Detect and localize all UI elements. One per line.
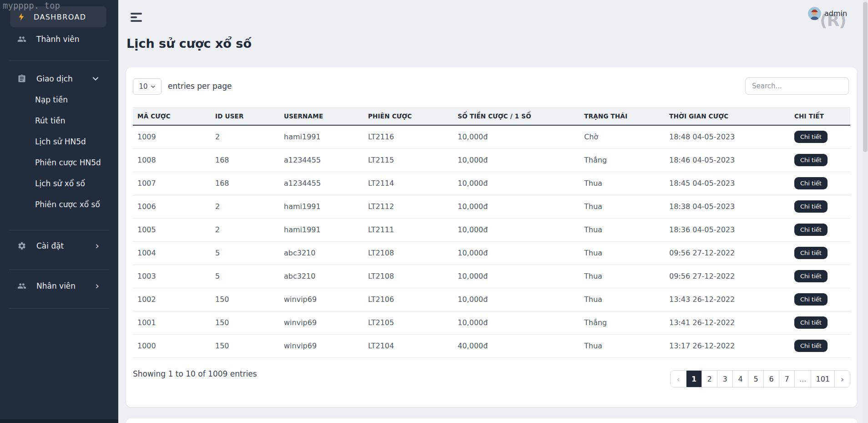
cell-action: Chi tiết <box>790 288 850 311</box>
sidebar-group-staff[interactable]: Nhân viên › <box>0 275 118 296</box>
chevron-down-icon <box>151 84 156 89</box>
page-size-select[interactable]: 10 <box>133 78 161 95</box>
cell-session: LT2104 <box>363 334 453 357</box>
pagination-page-3[interactable]: 3 <box>717 371 732 387</box>
pagination-page-6[interactable]: 6 <box>763 371 779 387</box>
cell-action: Chi tiết <box>790 218 850 241</box>
detail-button[interactable]: Chi tiết <box>794 131 828 143</box>
cell-user_id: 5 <box>211 265 279 288</box>
cell-username: hami1991 <box>279 218 363 241</box>
cell-code: 1002 <box>133 288 211 311</box>
cell-code: 1005 <box>133 218 211 241</box>
col-header-username: USERNAME <box>279 107 363 125</box>
detail-button[interactable]: Chi tiết <box>794 293 828 306</box>
sidebar-subitem[interactable]: Phiên cược xổ số <box>0 194 118 215</box>
cell-action: Chi tiết <box>790 172 850 195</box>
sidebar-group-settings[interactable]: Cài đặt › <box>0 235 118 256</box>
site-watermark: mypppp. top <box>3 0 60 10</box>
pagination-next[interactable]: › <box>834 371 850 387</box>
cell-code: 1003 <box>133 265 211 288</box>
cell-username: winvip69 <box>279 288 363 311</box>
scrollbar-thumb[interactable] <box>863 2 868 152</box>
gear-icon <box>17 241 26 250</box>
table-body: 10092hami1991LT211610,000đChờ18:48 04-05… <box>133 125 850 357</box>
col-header-session: PHIÊN CƯỢC <box>363 107 453 125</box>
col-header-detail: CHI TIẾT <box>790 107 850 125</box>
cell-status: Thua <box>580 288 665 311</box>
sidebar-divider <box>9 230 109 230</box>
cell-status: Chờ <box>580 125 665 148</box>
table-row: 1007168a1234455LT211410,000đThua18:45 04… <box>133 172 850 195</box>
pagination-prev[interactable]: ‹ <box>671 371 686 387</box>
menu-icon[interactable] <box>131 13 142 22</box>
cell-amount: 10,000đ <box>453 288 580 311</box>
chevron-right-icon: › <box>95 241 99 251</box>
pagination-page-1[interactable]: 1 <box>686 371 701 387</box>
page-title: Lịch sử cược xổ số <box>126 36 252 51</box>
detail-button[interactable]: Chi tiết <box>794 224 828 236</box>
sidebar-group-label: Nhân viên <box>36 281 76 290</box>
cell-status: Thua <box>580 334 665 357</box>
pagination-page-5[interactable]: 5 <box>748 371 763 387</box>
pagination-page-7[interactable]: 7 <box>779 371 794 387</box>
cell-code: 1006 <box>133 195 211 218</box>
pagination-page-101[interactable]: 101 <box>811 371 834 387</box>
cell-status: Thắng <box>580 148 665 172</box>
sidebar-group-transactions[interactable]: Giao dịch <box>0 68 118 89</box>
cell-username: abc3210 <box>279 241 363 265</box>
pagination-page-4[interactable]: 4 <box>732 371 748 387</box>
cell-time: 09:56 27-12-2022 <box>665 265 790 288</box>
search-input[interactable] <box>745 77 849 95</box>
detail-button[interactable]: Chi tiết <box>794 200 828 213</box>
cell-amount: 10,000đ <box>453 148 580 172</box>
cell-code: 1000 <box>133 334 211 357</box>
cell-status: Thắng <box>580 311 665 334</box>
detail-button[interactable]: Chi tiết <box>794 340 828 352</box>
cell-amount: 10,000đ <box>453 195 580 218</box>
detail-button[interactable]: Chi tiết <box>794 247 828 259</box>
cell-session: LT2115 <box>363 148 453 172</box>
users-icon <box>17 281 26 290</box>
sidebar-subitem[interactable]: Lịch sử HN5d <box>0 131 118 152</box>
sidebar-group-label: Giao dịch <box>36 74 73 83</box>
sidebar-subitem[interactable]: Phiên cược HN5d <box>0 152 118 173</box>
table-row: 1008168a1234455LT211510,000đThắng18:46 0… <box>133 148 850 172</box>
cell-code: 1009 <box>133 125 211 148</box>
cell-time: 13:41 26-12-2022 <box>665 311 790 334</box>
lightning-icon <box>17 12 26 21</box>
cell-session: LT2108 <box>363 241 453 265</box>
detail-button[interactable]: Chi tiết <box>794 177 828 189</box>
cell-session: LT2106 <box>363 288 453 311</box>
cell-status: Thua <box>580 241 665 265</box>
cell-code: 1001 <box>133 311 211 334</box>
sidebar-subitem[interactable]: Nạp tiền <box>0 89 118 110</box>
cell-time: 09:56 27-12-2022 <box>665 241 790 265</box>
table-card: 10 entries per page MÃ CƯỢC ID USER USER… <box>126 67 857 407</box>
cell-user_id: 2 <box>211 195 279 218</box>
sidebar-subitem[interactable]: Lịch sử xổ số <box>0 173 118 194</box>
detail-button[interactable]: Chi tiết <box>794 270 828 282</box>
pagination-page-2[interactable]: 2 <box>701 371 717 387</box>
avatar <box>808 7 821 20</box>
chevron-right-icon: › <box>95 281 99 291</box>
table-row: 10062hami1991LT211210,000đThua18:38 04-0… <box>133 195 850 218</box>
sidebar-subitem[interactable]: Rút tiền <box>0 110 118 131</box>
col-header-amount: SỐ TIỀN CƯỢC / 1 SỐ <box>453 107 580 125</box>
col-header-time: THỜI GIAN CƯỢC <box>665 107 790 125</box>
cell-user_id: 2 <box>211 125 279 148</box>
sidebar-item-members[interactable]: Thành viên <box>0 29 118 50</box>
cell-user_id: 2 <box>211 218 279 241</box>
cell-time: 18:36 04-05-2023 <box>665 218 790 241</box>
cell-username: a1234455 <box>279 172 363 195</box>
cell-user_id: 168 <box>211 148 279 172</box>
cell-session: LT2116 <box>363 125 453 148</box>
table-row: 10092hami1991LT211610,000đChờ18:48 04-05… <box>133 125 850 148</box>
cell-session: LT2112 <box>363 195 453 218</box>
user-menu[interactable]: admin <box>808 7 847 20</box>
table-row: 1000150winvip69LT210440,000đThua13:17 26… <box>133 334 850 357</box>
sidebar-group-label: Cài đặt <box>36 241 64 250</box>
table-row: 1001150winvip69LT210510,000đThắng13:41 2… <box>133 311 850 334</box>
detail-button[interactable]: Chi tiết <box>794 154 828 166</box>
detail-button[interactable]: Chi tiết <box>794 316 828 329</box>
cell-username: hami1991 <box>279 195 363 218</box>
